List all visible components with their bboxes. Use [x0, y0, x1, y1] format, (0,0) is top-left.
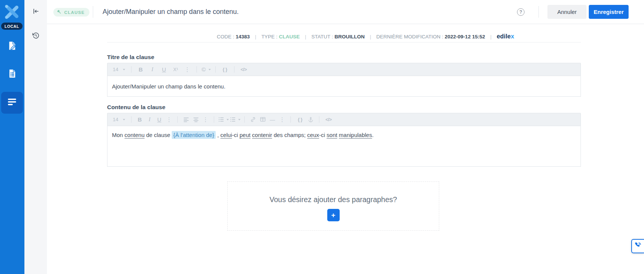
- phone-icon: [634, 242, 642, 251]
- sidebar-item-clause-content-selected[interactable]: [1, 92, 23, 114]
- tools-rail: [24, 0, 47, 274]
- code-label: CODE :: [217, 34, 234, 40]
- underlined-word: manipulables: [339, 132, 372, 138]
- status-value: BROUILLON: [334, 34, 364, 40]
- toolbar-separator: [197, 66, 197, 73]
- bullet-list-dropdown[interactable]: [229, 115, 241, 125]
- meta-separator: |: [490, 34, 492, 40]
- toolbar-separator: [290, 116, 291, 123]
- text-segment: -ci: [319, 132, 327, 138]
- clause-content-editor[interactable]: Mon contenu de clause {À l'attention de}…: [107, 126, 581, 167]
- align-center-icon: [193, 116, 199, 123]
- cancel-button[interactable]: Annuler: [547, 5, 587, 19]
- underlined-word: peut: [239, 132, 250, 138]
- clause-title-editor[interactable]: Ajouter/Manipuler un champ dans le conte…: [107, 76, 581, 97]
- insert-table-button[interactable]: [258, 115, 268, 125]
- history-button[interactable]: [31, 31, 41, 41]
- header-divider: [538, 6, 539, 18]
- status-label: STATUT :: [311, 34, 333, 40]
- content-section-heading: Contenu de la clause: [107, 104, 165, 111]
- add-paragraphs-prompt: Vous désirez ajouter des paragraphes?: [228, 195, 439, 204]
- insert-field-button[interactable]: { }: [219, 65, 231, 75]
- underlined-word: sont: [327, 132, 337, 138]
- underline-button[interactable]: U: [158, 65, 170, 75]
- text-segment: de clause: [145, 132, 172, 138]
- align-left-icon: [183, 116, 189, 123]
- table-icon: [260, 116, 266, 123]
- text-segment: ,: [216, 132, 221, 138]
- insert-field-button[interactable]: { }: [294, 115, 306, 125]
- brand-logo: edilex: [497, 33, 514, 40]
- type-label: TYPE :: [262, 34, 278, 40]
- font-size-dropdown[interactable]: 14: [111, 65, 128, 75]
- more-formatting-button[interactable]: ⋮: [164, 115, 174, 125]
- toolbar-separator: [131, 66, 132, 73]
- app-sidebar: LOCAL: [0, 0, 24, 274]
- field-token[interactable]: {À l'attention de}: [172, 131, 216, 139]
- page-header: CLAUSE Ajouter/Manipuler un champ dans l…: [47, 0, 644, 24]
- collapse-panel-button[interactable]: [31, 7, 41, 17]
- sidebar-item-document-list[interactable]: [0, 68, 24, 80]
- chevron-down-icon: [123, 119, 125, 120]
- align-center-button[interactable]: [191, 115, 201, 125]
- app-logo-icon[interactable]: [3, 3, 21, 21]
- title-editor-toolbar: 14 B I U X¹ ⋮ © { } </>: [107, 63, 581, 76]
- type-badge: CLAUSE: [53, 8, 89, 17]
- code-value: 14383: [236, 34, 250, 40]
- clause-content-text: Mon contenu de clause {À l'attention de}…: [112, 131, 576, 140]
- clause-title-text: Ajouter/Manipuler un champ dans le conte…: [112, 82, 576, 91]
- save-button[interactable]: Enregistrer: [589, 5, 629, 19]
- text-segment: Mon: [112, 132, 124, 138]
- toolbar-separator: [319, 116, 319, 123]
- add-paragraph-button[interactable]: +: [327, 209, 340, 221]
- italic-button[interactable]: I: [147, 65, 158, 75]
- anchor-button[interactable]: [306, 115, 316, 125]
- more-insert-button[interactable]: ⋮: [277, 115, 287, 125]
- chevron-down-icon: [209, 69, 211, 70]
- align-left-button[interactable]: [181, 115, 191, 125]
- toolbar-separator: [214, 116, 214, 123]
- bold-button[interactable]: B: [135, 115, 145, 125]
- more-formatting-button[interactable]: ⋮: [181, 65, 193, 75]
- anchor-icon: [308, 117, 314, 123]
- underlined-word: celui: [221, 132, 232, 138]
- chevron-down-icon: [238, 119, 240, 120]
- toolbar-separator: [131, 116, 132, 123]
- underlined-word: contenu: [124, 132, 144, 138]
- bold-button[interactable]: B: [135, 65, 147, 75]
- horizontal-rule-button[interactable]: —: [268, 115, 277, 125]
- chevron-down-icon: [123, 69, 125, 70]
- source-code-button[interactable]: </>: [238, 65, 249, 75]
- sidebar-item-edit-document[interactable]: [0, 41, 24, 52]
- history-icon: [32, 32, 39, 41]
- document-meta: CODE : 14383 | TYPE : CLAUSE | STATUT : …: [217, 33, 514, 40]
- special-characters-dropdown[interactable]: ©: [200, 65, 212, 75]
- font-size-dropdown[interactable]: 14: [111, 115, 128, 125]
- italic-button[interactable]: I: [145, 115, 154, 125]
- ordered-list-dropdown[interactable]: [218, 115, 229, 125]
- source-code-button[interactable]: </>: [323, 115, 334, 125]
- more-alignment-button[interactable]: ⋮: [201, 115, 210, 125]
- superscript-button[interactable]: X¹: [170, 65, 181, 75]
- header-divider: [93, 6, 93, 18]
- support-phone-button[interactable]: [631, 239, 644, 253]
- title-section-heading: Titre de la clause: [107, 54, 154, 61]
- gavel-icon: [57, 9, 62, 15]
- add-paragraphs-box: Vous désirez ajouter des paragraphes? +: [227, 181, 439, 231]
- help-button[interactable]: ?: [517, 8, 525, 16]
- document-list-icon: [7, 68, 17, 80]
- bullet-list-icon: [230, 116, 236, 123]
- modified-label: DERNIÈRE MODIFICATION :: [376, 34, 443, 40]
- type-value: CLAUSE: [279, 34, 300, 40]
- link-icon: [250, 116, 256, 123]
- edit-document-icon: [7, 41, 17, 52]
- underlined-word: ceux: [307, 132, 319, 138]
- underline-button[interactable]: U: [154, 115, 164, 125]
- meta-divider-line: [107, 42, 581, 43]
- meta-separator: |: [305, 34, 306, 40]
- meta-separator: |: [255, 34, 257, 40]
- text-segment: des champs;: [272, 132, 307, 138]
- link-button[interactable]: [248, 115, 258, 125]
- toolbar-separator: [234, 66, 234, 73]
- page-title: Ajouter/Manipuler un champ dans le conte…: [103, 0, 239, 24]
